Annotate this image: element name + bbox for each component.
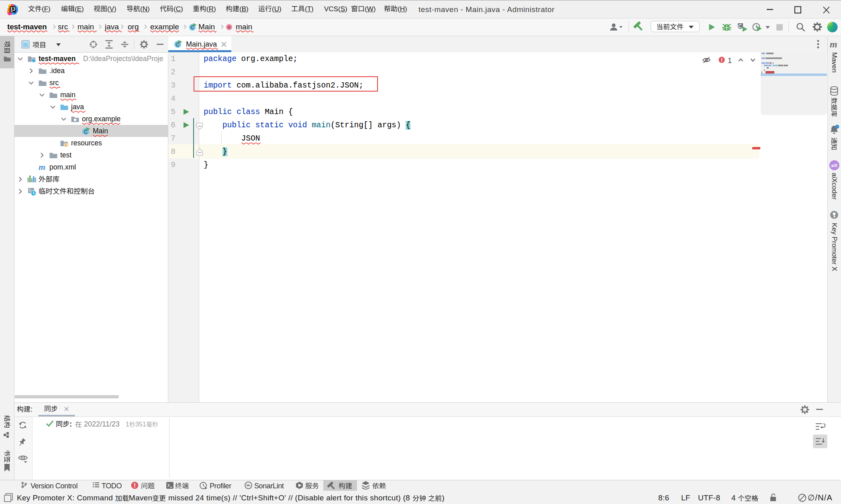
svg-text:aiX: aiX	[831, 163, 838, 168]
svg-text:m: m	[228, 25, 230, 30]
